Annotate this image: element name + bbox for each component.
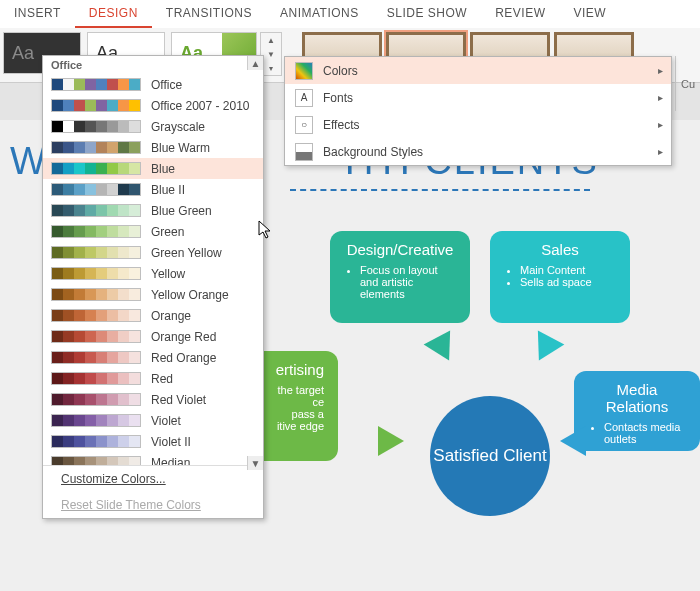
arrow-icon [560,426,586,456]
color-scheme-blue-green[interactable]: Blue Green [43,200,263,221]
scroll-down[interactable]: ▼ [247,456,263,470]
ribbon-tab-design[interactable]: DESIGN [75,0,152,28]
color-scheme-orange[interactable]: Orange [43,305,263,326]
scheme-label: Green Yellow [151,246,222,260]
color-scheme-violet[interactable]: Violet [43,410,263,431]
color-scheme-blue[interactable]: Blue [43,158,263,179]
ribbon-tab-review[interactable]: REVIEW [481,0,559,28]
scheme-label: Red Orange [151,351,216,365]
color-swatches [51,120,141,133]
color-scheme-yellow[interactable]: Yellow [43,263,263,284]
color-themes-header: Office [43,56,263,74]
color-swatches [51,141,141,154]
scheme-label: Blue [151,162,175,176]
scheme-label: Violet [151,414,181,428]
menu-item-fonts[interactable]: AFonts▸ [285,84,671,111]
scheme-label: Red [151,372,173,386]
ribbon-tabs: INSERTDESIGNTRANSITIONSANIMATIONSSLIDE S… [0,0,700,28]
color-swatches [51,456,141,465]
scheme-label: Green [151,225,184,239]
color-swatches [51,162,141,175]
color-scheme-office-2007-2010[interactable]: Office 2007 - 2010 [43,95,263,116]
chevron-right-icon: ▸ [658,146,663,157]
color-scheme-green-yellow[interactable]: Green Yellow [43,242,263,263]
theme-aa-label: Aa [12,43,34,64]
scroll-up[interactable]: ▲ [247,56,263,70]
colors-icon [295,62,313,80]
color-swatches [51,435,141,448]
scheme-label: Red Violet [151,393,206,407]
color-scheme-blue-warm[interactable]: Blue Warm [43,137,263,158]
box-sales[interactable]: SalesMain ContentSells ad space [490,231,630,323]
customize-label: Cu [675,56,700,111]
chevron-right-icon: ▸ [658,92,663,103]
scheme-label: Grayscale [151,120,205,134]
chevron-right-icon: ▸ [658,65,663,76]
effects-icon: ○ [295,116,313,134]
chevron-right-icon: ▸ [658,119,663,130]
menu-item-effects[interactable]: ○Effects▸ [285,111,671,138]
ribbon-tab-insert[interactable]: INSERT [0,0,75,28]
color-swatches [51,99,141,112]
scheme-label: Office 2007 - 2010 [151,99,250,113]
box-design-creative[interactable]: Design/CreativeFocus on layout and artis… [330,231,470,323]
background styles-icon [295,143,313,161]
color-scheme-grayscale[interactable]: Grayscale [43,116,263,137]
color-swatches [51,204,141,217]
color-scheme-orange-red[interactable]: Orange Red [43,326,263,347]
color-scheme-red[interactable]: Red [43,368,263,389]
ribbon-tab-animations[interactable]: ANIMATIONS [266,0,373,28]
scheme-label: Blue Green [151,204,212,218]
color-swatches [51,267,141,280]
variants-menu: Colors▸AFonts▸○Effects▸Background Styles… [284,56,672,166]
customize-colors-link[interactable]: Customize Colors... [43,466,263,492]
scheme-label: Orange [151,309,191,323]
arrow-icon [424,330,463,367]
color-scheme-red-violet[interactable]: Red Violet [43,389,263,410]
scheme-label: Median [151,456,190,466]
color-scheme-violet-ii[interactable]: Violet II [43,431,263,452]
scheme-label: Orange Red [151,330,216,344]
scheme-label: Yellow Orange [151,288,229,302]
scheme-label: Violet II [151,435,191,449]
color-swatches [51,372,141,385]
color-swatches [51,225,141,238]
reset-colors-link: Reset Slide Theme Colors [43,492,263,518]
color-swatches [51,246,141,259]
color-swatches [51,309,141,322]
color-scheme-office[interactable]: Office [43,74,263,95]
color-themes-panel: Office ▲ OfficeOffice 2007 - 2010Graysca… [42,55,264,519]
color-scheme-yellow-orange[interactable]: Yellow Orange [43,284,263,305]
color-schemes-list: OfficeOffice 2007 - 2010GrayscaleBlue Wa… [43,74,263,465]
scheme-label: Yellow [151,267,185,281]
menu-item-background-styles[interactable]: Background Styles▸ [285,138,671,165]
panel-footer: Customize Colors... Reset Slide Theme Co… [43,465,263,518]
ribbon-tab-slide-show[interactable]: SLIDE SHOW [373,0,481,28]
color-swatches [51,78,141,91]
scheme-label: Blue II [151,183,185,197]
box-media-relations[interactable]: Media RelationsContacts media outlets [574,371,700,451]
color-swatches [51,351,141,364]
color-scheme-blue-ii[interactable]: Blue II [43,179,263,200]
color-scheme-green[interactable]: Green [43,221,263,242]
scheme-label: Office [151,78,182,92]
color-swatches [51,414,141,427]
color-swatches [51,393,141,406]
center-circle[interactable]: Satisfied Client [430,396,550,516]
arrow-icon [526,330,565,367]
fonts-icon: A [295,89,313,107]
color-swatches [51,288,141,301]
color-scheme-median[interactable]: Median [43,452,263,465]
scheme-label: Blue Warm [151,141,210,155]
ribbon-tab-transitions[interactable]: TRANSITIONS [152,0,266,28]
color-scheme-red-orange[interactable]: Red Orange [43,347,263,368]
menu-item-colors[interactable]: Colors▸ [285,57,671,84]
arrow-icon [378,426,404,456]
color-swatches [51,330,141,343]
color-swatches [51,183,141,196]
ribbon-tab-view[interactable]: VIEW [559,0,620,28]
